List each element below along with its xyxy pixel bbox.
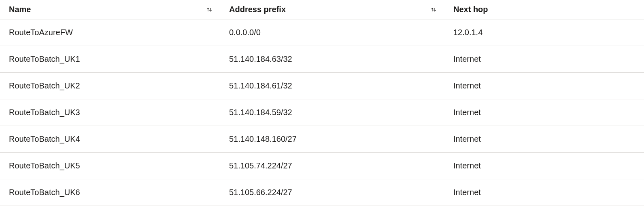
cell-address-prefix: 51.140.184.61/32 [220,81,444,90]
cell-address-prefix: 51.105.74.224/27 [220,161,444,170]
table-row[interactable]: RouteToBatch_UK151.140.184.63/32Internet [0,46,644,73]
table-row[interactable]: RouteToBatch_UK351.140.184.59/32Internet [0,99,644,126]
sort-icon [206,6,213,13]
cell-next-hop: Internet [444,81,644,90]
routes-table: Name Address prefix Next hop RouteToAzur… [0,0,644,206]
cell-name: RouteToBatch_UK3 [0,108,220,117]
table-row[interactable]: RouteToBatch_UK551.105.74.224/27Internet [0,153,644,179]
cell-next-hop: Internet [444,134,644,144]
cell-name: RouteToBatch_UK1 [0,55,220,64]
sort-icon [430,6,437,13]
table-row[interactable]: RouteToBatch_UK251.140.184.61/32Internet [0,73,644,99]
cell-name: RouteToAzureFW [0,28,220,37]
table-body: RouteToAzureFW0.0.0.0/012.0.1.4RouteToBa… [0,19,644,206]
column-header-next-hop-label: Next hop [453,5,488,14]
cell-address-prefix: 51.105.66.224/27 [220,188,444,197]
column-header-name-label: Name [9,5,31,14]
cell-address-prefix: 0.0.0.0/0 [220,28,444,37]
cell-next-hop: Internet [444,188,644,197]
cell-address-prefix: 51.140.184.59/32 [220,108,444,117]
cell-next-hop: Internet [444,108,644,117]
column-header-name[interactable]: Name [0,0,220,19]
cell-address-prefix: 51.140.148.160/27 [220,134,444,144]
table-row[interactable]: RouteToAzureFW0.0.0.0/012.0.1.4 [0,19,644,46]
table-header-row: Name Address prefix Next hop [0,0,644,19]
cell-name: RouteToBatch_UK5 [0,161,220,170]
cell-name: RouteToBatch_UK2 [0,81,220,90]
table-row[interactable]: RouteToBatch_UK451.140.148.160/27Interne… [0,126,644,153]
cell-name: RouteToBatch_UK4 [0,134,220,144]
table-row[interactable]: RouteToBatch_UK651.105.66.224/27Internet [0,179,644,206]
column-header-next-hop: Next hop [444,0,644,19]
cell-name: RouteToBatch_UK6 [0,188,220,197]
cell-next-hop: Internet [444,161,644,170]
column-header-address-prefix-label: Address prefix [229,5,286,14]
cell-next-hop: Internet [444,55,644,64]
column-header-address-prefix[interactable]: Address prefix [220,0,444,19]
cell-address-prefix: 51.140.184.63/32 [220,55,444,64]
cell-next-hop: 12.0.1.4 [444,28,644,37]
